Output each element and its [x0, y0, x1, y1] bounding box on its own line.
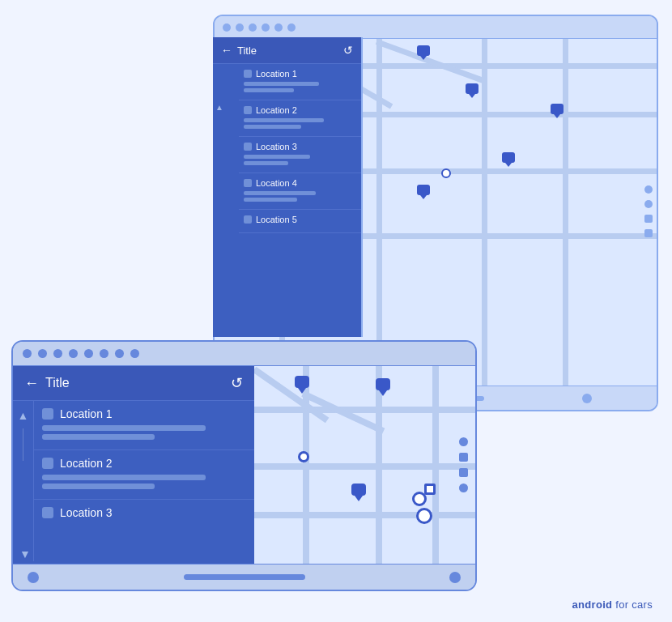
back-loc-name-3: Location 3 [256, 142, 297, 151]
back-loc-bar1 [244, 118, 324, 122]
back-panel-title: Title [237, 45, 257, 57]
back-loc-item-5[interactable]: Location 5 [239, 210, 361, 233]
loc-icon [244, 70, 252, 78]
front-dot-5 [84, 349, 93, 358]
rs-dot [459, 437, 468, 446]
rs-square [459, 453, 468, 462]
front-loc-bar-short-1 [42, 434, 155, 440]
fmap-pin [351, 484, 366, 501]
front-panel-header: ← Title ↺ [13, 366, 254, 401]
back-loc-bar1 [244, 191, 316, 195]
front-dot-2 [38, 349, 47, 358]
back-sidebar-panel: ← Title ↺ ▲ Location 1 Location 2 [213, 37, 363, 337]
rs-dot [459, 484, 468, 492]
branding-connector: for [612, 599, 632, 611]
road [482, 39, 487, 386]
front-bb-dot [449, 572, 461, 583]
front-refresh-icon[interactable]: ↺ [231, 374, 243, 392]
front-titlebar [13, 342, 475, 366]
back-loc-bar2 [244, 161, 288, 165]
chevron-down-icon: ▼ [19, 547, 31, 560]
back-dot-2 [236, 23, 244, 32]
front-left-col: ▲ [13, 401, 34, 561]
back-loc-name-5: Location 5 [256, 215, 297, 224]
front-loc-bar-short-2 [42, 484, 155, 489]
back-loc-item-4[interactable]: Location 4 [239, 173, 361, 210]
front-loc-bar-long-1 [42, 425, 206, 431]
back-dot-5 [274, 23, 283, 32]
front-panel-title: Title [45, 376, 70, 390]
back-loc-item-3[interactable]: Location 3 [239, 137, 361, 173]
loc-icon [244, 215, 252, 224]
back-loc-bar1 [244, 155, 310, 159]
fmap-pin [376, 378, 390, 396]
road [254, 407, 475, 413]
front-dot-7 [115, 349, 124, 358]
fmap-circle [298, 451, 309, 462]
back-dot-4 [262, 23, 270, 32]
front-dot-1 [23, 349, 32, 358]
back-loc-item-1[interactable]: Location 1 [239, 64, 361, 100]
front-map [254, 366, 475, 564]
front-bb-pill [184, 574, 305, 580]
road [254, 463, 475, 470]
loc-icon [244, 106, 252, 114]
front-loc-name-3: Location 3 [60, 506, 113, 519]
road-diag [254, 367, 329, 424]
road [376, 39, 382, 386]
back-loc-name-2: Location 2 [256, 105, 297, 115]
divider-line [23, 428, 23, 461]
back-loc-bar2 [244, 125, 301, 129]
map-pin [466, 83, 478, 98]
map-pin [502, 152, 515, 167]
front-loc-name-2: Location 2 [60, 457, 113, 470]
front-dot-3 [53, 349, 62, 358]
back-panel-chevron-col: ▲ [213, 96, 226, 337]
rb-square [644, 229, 653, 237]
bb-dot [582, 394, 592, 403]
front-window: ← Title ↺ ▲ Location 1 [11, 340, 477, 591]
rb-dot [644, 200, 653, 208]
back-arrow-icon[interactable]: ← [221, 44, 232, 57]
map-pin [551, 104, 564, 118]
back-refresh-icon[interactable]: ↺ [343, 44, 353, 57]
rb-square [644, 215, 653, 223]
front-panel-title-group: ← Title [24, 375, 70, 392]
front-loc-icon-2 [42, 458, 53, 469]
loc-icon [244, 179, 252, 187]
road [563, 39, 568, 386]
rs-square [459, 468, 468, 477]
branding: android for cars [572, 599, 653, 611]
front-dot-6 [100, 349, 108, 358]
back-loc-bar1 [244, 82, 319, 86]
back-loc-bar2 [244, 88, 294, 92]
rb-dot [644, 185, 653, 194]
front-list-area: ▲ Location 1 Location 2 [13, 401, 254, 561]
back-loc-bar2 [244, 198, 297, 202]
front-bb-dot [28, 572, 39, 583]
front-loc-item-1[interactable]: Location 1 [34, 401, 254, 450]
front-loc-item-3[interactable]: Location 3 [34, 500, 254, 530]
map-circle [441, 168, 451, 178]
back-loc-name-4: Location 4 [256, 178, 297, 188]
back-loc-item-2[interactable]: Location 2 [239, 100, 361, 137]
back-dot-3 [249, 23, 257, 32]
fmap-pin [295, 376, 309, 394]
front-bottombar [13, 564, 475, 590]
fmap-square [424, 484, 436, 495]
front-dot-8 [130, 349, 139, 358]
chevron-up-icon: ▲ [18, 409, 29, 422]
back-dot-1 [223, 23, 231, 32]
map-pin [417, 45, 430, 60]
front-arrow-icon[interactable]: ← [24, 375, 39, 392]
back-loc-name-1: Location 1 [256, 69, 297, 79]
loc-icon [244, 143, 252, 151]
back-right-sidebar [640, 62, 657, 361]
front-items-col: Location 1 Location 2 [34, 401, 254, 561]
front-loc-item-2[interactable]: Location 2 [34, 450, 254, 500]
front-dot-4 [69, 349, 78, 358]
branding-bold: android [572, 599, 613, 611]
back-items-list: Location 1 Location 2 Location 3 [239, 64, 361, 299]
front-loc-bar-long-2 [42, 475, 206, 480]
front-loc-icon-1 [42, 408, 53, 420]
